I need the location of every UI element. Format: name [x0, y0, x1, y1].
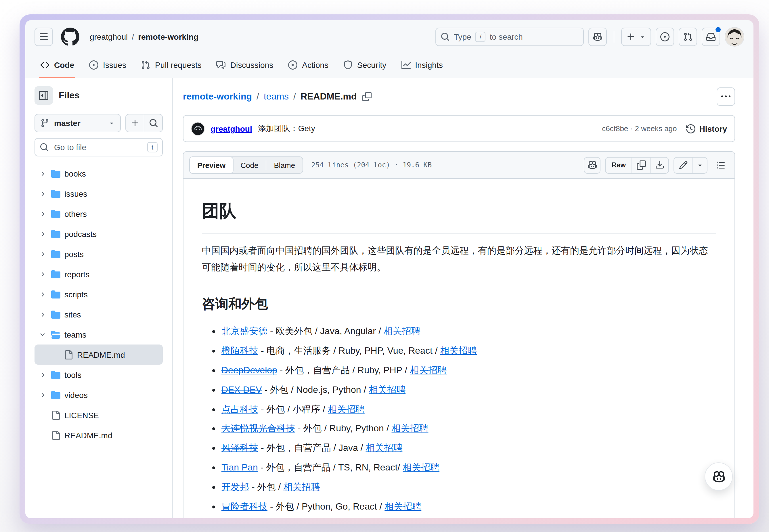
breadcrumb-file-name: README.md	[301, 91, 357, 102]
tree-item-videos[interactable]: videos	[35, 385, 163, 405]
notifications-inbox-button[interactable]	[702, 28, 720, 46]
file-toolbar: PreviewCodeBlame 254 lines (204 loc) · 1…	[183, 152, 734, 179]
team-name-link[interactable]: 北京盛安德	[221, 326, 267, 336]
team-name-link[interactable]: 点占科技	[221, 404, 258, 414]
floating-copilot-button[interactable]	[705, 462, 733, 491]
search-tree-button[interactable]	[144, 114, 162, 132]
tree-item-readme-md[interactable]: README.md	[35, 425, 163, 445]
folder-icon	[51, 269, 60, 279]
team-name-link[interactable]: 冒险者科技	[221, 501, 267, 511]
raw-button[interactable]: Raw	[606, 157, 632, 173]
repo-context-breadcrumb: greatghoul / remote-working	[90, 32, 198, 41]
copilot-button[interactable]	[588, 28, 607, 46]
tree-item-scripts[interactable]: scripts	[35, 284, 163, 304]
team-name-link[interactable]: DEX DEV	[221, 385, 262, 395]
copy-raw-button[interactable]	[632, 157, 650, 173]
issues-dashboard-button[interactable]	[656, 28, 674, 46]
jobs-link[interactable]: 相关招聘	[392, 424, 429, 433]
jobs-link[interactable]: 相关招聘	[385, 501, 421, 511]
edit-file-button[interactable]	[674, 157, 692, 173]
tree-item-books[interactable]: books	[35, 163, 163, 183]
avatar-image	[192, 122, 204, 135]
team-list-item: Tian Pan - 外包，自营产品 / TS, RN, React/ 相关招聘	[221, 461, 716, 475]
tree-item-podcasts[interactable]: podcasts	[35, 224, 163, 244]
go-to-file-input[interactable]	[53, 142, 143, 152]
team-description: - 电商，生活服务 / Ruby, PHP, Vue, React /	[258, 346, 440, 355]
user-avatar[interactable]	[725, 27, 744, 47]
owner-link[interactable]: greatghoul	[90, 32, 128, 41]
team-name-link[interactable]: 开发邦	[221, 482, 249, 492]
team-list-item: 北京盛安德 - 欧美外包 / Java, Angular / 相关招聘	[221, 325, 716, 339]
tab-discussions[interactable]: Discussions	[211, 52, 279, 78]
jobs-link[interactable]: 相关招聘	[366, 443, 402, 453]
tree-item-readme-md[interactable]: README.md	[35, 345, 163, 365]
file-stats: 254 lines (204 loc) · 19.6 KB	[311, 161, 432, 169]
branch-selector[interactable]: master	[35, 114, 121, 132]
team-description: - 外包，自营产品 / Java /	[258, 443, 366, 453]
chevron-right-icon	[38, 170, 47, 177]
jobs-link[interactable]: 相关招聘	[384, 326, 420, 336]
edit-options-dropdown[interactable]	[692, 157, 707, 173]
team-name-link[interactable]: Tian Pan	[221, 462, 258, 472]
pull-requests-dashboard-button[interactable]	[679, 28, 697, 46]
jobs-link[interactable]: 相关招聘	[283, 482, 320, 492]
commit-author-link[interactable]: greatghoul	[211, 124, 252, 133]
view-tab-blame[interactable]: Blame	[266, 157, 303, 173]
history-button[interactable]: History	[686, 124, 727, 133]
tree-item-posts[interactable]: posts	[35, 244, 163, 264]
tab-actions[interactable]: Actions	[282, 52, 334, 78]
chevron-right-icon	[38, 230, 47, 237]
jobs-link[interactable]: 相关招聘	[369, 385, 405, 395]
breadcrumb-folder-link[interactable]: teams	[264, 91, 289, 102]
copilot-file-button[interactable]	[584, 157, 601, 173]
repo-link[interactable]: remote-working	[138, 32, 198, 41]
go-to-file-field[interactable]: t	[35, 138, 163, 156]
team-description: - 外包 /	[249, 482, 283, 492]
tree-item-tools[interactable]: tools	[35, 365, 163, 385]
tab-pull-requests[interactable]: Pull requests	[135, 52, 207, 78]
tree-item-issues[interactable]: issues	[35, 183, 163, 204]
view-tab-preview[interactable]: Preview	[189, 156, 234, 174]
view-tab-code[interactable]: Code	[233, 157, 266, 173]
download-button[interactable]	[650, 157, 668, 173]
context-separator: /	[132, 32, 134, 41]
global-search-input[interactable]: Type / to search	[435, 28, 584, 46]
markdown-section-heading: 咨询和外包	[202, 293, 716, 314]
global-header: greatghoul / remote-working Type / to se…	[25, 20, 753, 52]
jobs-link[interactable]: 相关招聘	[410, 365, 447, 375]
copy-path-icon[interactable]	[363, 92, 372, 101]
chevron-right-icon	[38, 250, 47, 257]
commit-sha-and-time[interactable]: c6cf8be · 2 weeks ago	[602, 124, 677, 133]
file-options-kebab-button[interactable]	[717, 87, 735, 106]
team-list-item: 冒险者科技 - 外包 / Python, Go, React / 相关招聘	[221, 500, 716, 514]
tree-item-reports[interactable]: reports	[35, 264, 163, 284]
add-file-button[interactable]	[126, 114, 144, 132]
tree-item-sites[interactable]: sites	[35, 304, 163, 324]
tab-insights[interactable]: Insights	[395, 52, 449, 78]
tab-issues[interactable]: Issues	[83, 52, 132, 78]
discussion-icon	[217, 60, 226, 70]
tree-item-teams[interactable]: teams	[35, 324, 163, 345]
team-name-link[interactable]: 橙陌科技	[221, 346, 258, 355]
jobs-link[interactable]: 相关招聘	[440, 346, 477, 355]
github-logo-icon[interactable]	[61, 28, 79, 46]
tab-security[interactable]: Security	[338, 52, 392, 78]
commit-message[interactable]: 添加团队：Gety	[258, 123, 315, 134]
breadcrumb-repo-link[interactable]: remote-working	[183, 91, 252, 102]
outline-button[interactable]	[712, 157, 729, 173]
create-new-button[interactable]	[621, 28, 651, 46]
tree-item-license[interactable]: LICENSE	[35, 405, 163, 425]
team-name-link[interactable]: 大连悦视光合科技	[221, 424, 295, 433]
collapse-file-tree-button[interactable]	[35, 86, 53, 105]
files-panel-title: Files	[59, 90, 80, 101]
jobs-link[interactable]: 相关招聘	[328, 404, 365, 414]
breadcrumb: remote-working / teams / README.md	[183, 87, 735, 106]
team-description: - 外包，自营产品 / Ruby, PHP /	[277, 365, 410, 375]
team-name-link[interactable]: 风泽科技	[221, 443, 258, 453]
tab-code[interactable]: Code	[35, 52, 80, 78]
hamburger-menu-button[interactable]	[35, 28, 53, 46]
tree-item-others[interactable]: others	[35, 204, 163, 224]
team-name-link[interactable]: DeepDevelop	[221, 365, 277, 375]
jobs-link[interactable]: 相关招聘	[403, 462, 439, 472]
commit-author-avatar[interactable]	[191, 122, 205, 135]
